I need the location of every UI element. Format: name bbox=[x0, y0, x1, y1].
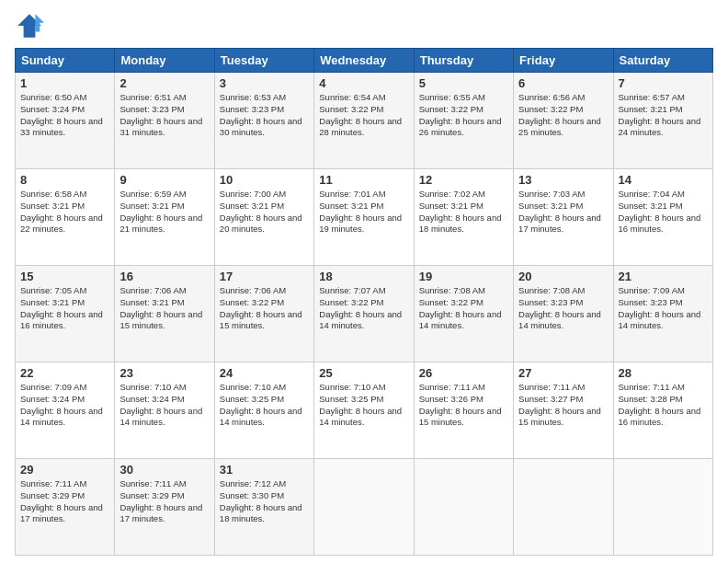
calendar-cell: 24Sunrise: 7:10 AMSunset: 3:25 PMDayligh… bbox=[214, 362, 313, 459]
col-header-wednesday: Wednesday bbox=[314, 49, 414, 73]
day-number: 2 bbox=[119, 76, 209, 90]
cell-info: Sunrise: 6:56 AMSunset: 3:22 PMDaylight:… bbox=[518, 92, 601, 137]
day-number: 8 bbox=[20, 173, 109, 187]
day-number: 28 bbox=[619, 366, 708, 380]
day-number: 12 bbox=[419, 173, 508, 187]
cell-info: Sunrise: 6:57 AMSunset: 3:21 PMDaylight:… bbox=[619, 92, 701, 137]
day-number: 23 bbox=[119, 366, 209, 380]
day-number: 7 bbox=[619, 76, 708, 90]
cell-info: Sunrise: 7:00 AMSunset: 3:21 PMDaylight:… bbox=[220, 189, 302, 234]
day-number: 16 bbox=[119, 270, 209, 283]
day-number: 4 bbox=[319, 76, 408, 90]
calendar-cell: 2Sunrise: 6:51 AMSunset: 3:23 PMDaylight… bbox=[115, 73, 214, 169]
day-number: 29 bbox=[20, 463, 109, 477]
cell-info: Sunrise: 7:02 AMSunset: 3:21 PMDaylight:… bbox=[419, 189, 502, 234]
day-number: 13 bbox=[518, 173, 608, 187]
cell-info: Sunrise: 7:08 AMSunset: 3:23 PMDaylight:… bbox=[518, 285, 601, 330]
day-number: 17 bbox=[220, 270, 309, 283]
col-header-monday: Monday bbox=[115, 49, 214, 73]
calendar-cell: 31Sunrise: 7:12 AMSunset: 3:30 PMDayligh… bbox=[214, 459, 313, 556]
day-number: 24 bbox=[220, 366, 309, 380]
col-header-sunday: Sunday bbox=[16, 49, 115, 73]
cell-info: Sunrise: 6:50 AMSunset: 3:24 PMDaylight:… bbox=[20, 92, 103, 137]
day-number: 11 bbox=[319, 173, 408, 187]
week-row-5: 29Sunrise: 7:11 AMSunset: 3:29 PMDayligh… bbox=[16, 459, 713, 556]
calendar-cell bbox=[314, 459, 414, 556]
day-number: 26 bbox=[419, 366, 508, 380]
page: SundayMondayTuesdayWednesdayThursdayFrid… bbox=[0, 0, 728, 563]
calendar-cell: 26Sunrise: 7:11 AMSunset: 3:26 PMDayligh… bbox=[414, 362, 513, 459]
cell-info: Sunrise: 7:03 AMSunset: 3:21 PMDaylight:… bbox=[518, 189, 601, 234]
week-row-3: 15Sunrise: 7:05 AMSunset: 3:21 PMDayligh… bbox=[16, 266, 713, 362]
calendar-cell: 11Sunrise: 7:01 AMSunset: 3:21 PMDayligh… bbox=[314, 169, 414, 266]
cell-info: Sunrise: 7:10 AMSunset: 3:25 PMDaylight:… bbox=[220, 382, 302, 427]
col-header-saturday: Saturday bbox=[613, 49, 712, 73]
day-number: 14 bbox=[619, 173, 708, 187]
cell-info: Sunrise: 7:07 AMSunset: 3:22 PMDaylight:… bbox=[319, 285, 402, 330]
calendar-cell: 25Sunrise: 7:10 AMSunset: 3:25 PMDayligh… bbox=[314, 362, 414, 459]
calendar-cell: 15Sunrise: 7:05 AMSunset: 3:21 PMDayligh… bbox=[16, 266, 115, 362]
cell-info: Sunrise: 7:11 AMSunset: 3:28 PMDaylight:… bbox=[619, 382, 701, 427]
cell-info: Sunrise: 7:06 AMSunset: 3:22 PMDaylight:… bbox=[220, 285, 302, 330]
cell-info: Sunrise: 7:04 AMSunset: 3:21 PMDaylight:… bbox=[619, 189, 701, 234]
calendar-cell bbox=[414, 459, 513, 556]
cell-info: Sunrise: 7:11 AMSunset: 3:29 PMDaylight:… bbox=[20, 478, 103, 523]
calendar-cell: 19Sunrise: 7:08 AMSunset: 3:22 PMDayligh… bbox=[414, 266, 513, 362]
calendar-cell: 28Sunrise: 7:11 AMSunset: 3:28 PMDayligh… bbox=[613, 362, 712, 459]
cell-info: Sunrise: 7:11 AMSunset: 3:26 PMDaylight:… bbox=[419, 382, 502, 427]
day-number: 18 bbox=[319, 270, 408, 283]
svg-marker-1 bbox=[35, 14, 44, 31]
week-row-1: 1Sunrise: 6:50 AMSunset: 3:24 PMDaylight… bbox=[16, 73, 713, 169]
day-number: 30 bbox=[119, 463, 209, 477]
calendar-cell: 5Sunrise: 6:55 AMSunset: 3:22 PMDaylight… bbox=[414, 73, 513, 169]
col-header-thursday: Thursday bbox=[414, 49, 513, 73]
calendar-cell: 16Sunrise: 7:06 AMSunset: 3:21 PMDayligh… bbox=[115, 266, 214, 362]
day-number: 20 bbox=[518, 270, 608, 283]
day-number: 10 bbox=[220, 173, 309, 187]
logo-icon bbox=[15, 11, 44, 40]
day-number: 3 bbox=[220, 76, 309, 90]
cell-info: Sunrise: 6:59 AMSunset: 3:21 PMDaylight:… bbox=[119, 189, 202, 234]
calendar-cell: 1Sunrise: 6:50 AMSunset: 3:24 PMDaylight… bbox=[16, 73, 115, 169]
day-number: 1 bbox=[20, 76, 109, 90]
calendar-cell bbox=[514, 459, 613, 556]
calendar-cell: 17Sunrise: 7:06 AMSunset: 3:22 PMDayligh… bbox=[214, 266, 313, 362]
calendar-cell: 8Sunrise: 6:58 AMSunset: 3:21 PMDaylight… bbox=[16, 169, 115, 266]
day-number: 22 bbox=[20, 366, 109, 380]
cell-info: Sunrise: 6:58 AMSunset: 3:21 PMDaylight:… bbox=[20, 189, 103, 234]
calendar-cell: 9Sunrise: 6:59 AMSunset: 3:21 PMDaylight… bbox=[115, 169, 214, 266]
day-number: 25 bbox=[319, 366, 408, 380]
day-number: 5 bbox=[419, 76, 508, 90]
cell-info: Sunrise: 7:01 AMSunset: 3:21 PMDaylight:… bbox=[319, 189, 402, 234]
calendar-cell: 6Sunrise: 6:56 AMSunset: 3:22 PMDaylight… bbox=[514, 73, 613, 169]
logo bbox=[15, 11, 48, 40]
calendar-cell: 3Sunrise: 6:53 AMSunset: 3:23 PMDaylight… bbox=[214, 73, 313, 169]
day-number: 19 bbox=[419, 270, 508, 283]
cell-info: Sunrise: 6:53 AMSunset: 3:23 PMDaylight:… bbox=[220, 92, 302, 137]
day-number: 15 bbox=[20, 270, 109, 283]
calendar-cell: 14Sunrise: 7:04 AMSunset: 3:21 PMDayligh… bbox=[613, 169, 712, 266]
calendar-cell: 20Sunrise: 7:08 AMSunset: 3:23 PMDayligh… bbox=[514, 266, 613, 362]
calendar-cell: 30Sunrise: 7:11 AMSunset: 3:29 PMDayligh… bbox=[115, 459, 214, 556]
day-number: 27 bbox=[518, 366, 608, 380]
cell-info: Sunrise: 7:09 AMSunset: 3:24 PMDaylight:… bbox=[20, 382, 103, 427]
calendar-cell bbox=[613, 459, 712, 556]
cell-info: Sunrise: 7:05 AMSunset: 3:21 PMDaylight:… bbox=[20, 285, 103, 330]
day-number: 31 bbox=[220, 463, 309, 477]
cell-info: Sunrise: 7:11 AMSunset: 3:29 PMDaylight:… bbox=[119, 478, 202, 523]
col-header-tuesday: Tuesday bbox=[214, 49, 313, 73]
calendar-cell: 4Sunrise: 6:54 AMSunset: 3:22 PMDaylight… bbox=[314, 73, 414, 169]
cell-info: Sunrise: 6:55 AMSunset: 3:22 PMDaylight:… bbox=[419, 92, 502, 137]
cell-info: Sunrise: 6:51 AMSunset: 3:23 PMDaylight:… bbox=[119, 92, 202, 137]
calendar-cell: 29Sunrise: 7:11 AMSunset: 3:29 PMDayligh… bbox=[16, 459, 115, 556]
day-number: 21 bbox=[619, 270, 708, 283]
cell-info: Sunrise: 7:10 AMSunset: 3:25 PMDaylight:… bbox=[319, 382, 402, 427]
day-number: 6 bbox=[518, 76, 608, 90]
calendar-table: SundayMondayTuesdayWednesdayThursdayFrid… bbox=[15, 48, 713, 556]
calendar-cell: 13Sunrise: 7:03 AMSunset: 3:21 PMDayligh… bbox=[514, 169, 613, 266]
calendar-cell: 12Sunrise: 7:02 AMSunset: 3:21 PMDayligh… bbox=[414, 169, 513, 266]
cell-info: Sunrise: 7:09 AMSunset: 3:23 PMDaylight:… bbox=[619, 285, 701, 330]
cell-info: Sunrise: 7:10 AMSunset: 3:24 PMDaylight:… bbox=[119, 382, 202, 427]
cell-info: Sunrise: 7:06 AMSunset: 3:21 PMDaylight:… bbox=[119, 285, 202, 330]
cell-info: Sunrise: 7:12 AMSunset: 3:30 PMDaylight:… bbox=[220, 478, 302, 523]
